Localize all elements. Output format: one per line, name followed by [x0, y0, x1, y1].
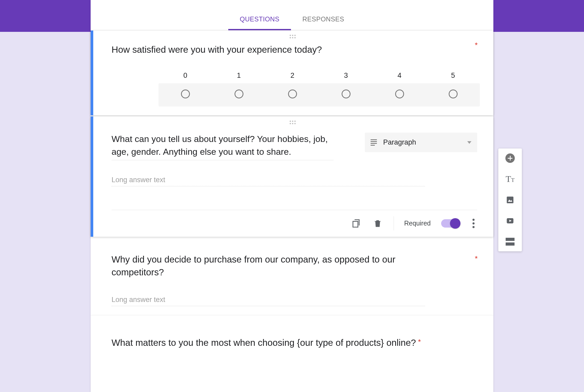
long-answer-placeholder: Long answer text: [112, 296, 425, 306]
scale-radio-4[interactable]: [395, 90, 404, 98]
question-title: What matters to you the most when choosi…: [112, 336, 416, 349]
required-label: Required: [404, 219, 431, 227]
question-footer: Required: [112, 210, 477, 230]
scale-label: 2: [266, 72, 319, 80]
add-image-button[interactable]: [505, 195, 515, 205]
scale-radio-1[interactable]: [235, 90, 243, 98]
tab-responses[interactable]: RESPONSES: [291, 15, 356, 30]
scale-label: 1: [212, 72, 266, 80]
chevron-down-icon: [467, 141, 471, 144]
text-icon: TT: [506, 174, 515, 184]
required-asterisk: *: [475, 41, 478, 49]
tab-questions[interactable]: QUESTIONS: [228, 15, 291, 30]
duplicate-button[interactable]: [351, 218, 362, 229]
add-video-button[interactable]: [505, 216, 515, 226]
required-toggle[interactable]: [441, 219, 459, 228]
scale-labels-row: 0 1 2 3 4 5: [159, 72, 480, 80]
scale-radio-2[interactable]: [288, 90, 297, 98]
add-question-button[interactable]: [505, 153, 515, 163]
question-card-3[interactable]: Why did you decide to purchase from our …: [91, 244, 493, 315]
scale-radio-0[interactable]: [181, 90, 190, 98]
drag-handle-icon[interactable]: [290, 121, 297, 124]
tabs-bar: QUESTIONS RESPONSES: [91, 0, 493, 31]
question-title-input[interactable]: What can you tell us about yourself? You…: [112, 133, 334, 160]
add-title-button[interactable]: TT: [505, 174, 515, 184]
section-icon: [506, 238, 515, 246]
scale-radio-3[interactable]: [342, 90, 351, 98]
add-section-button[interactable]: [505, 237, 515, 247]
question-title: Why did you decide to purchase from our …: [112, 253, 446, 278]
paragraph-icon: [371, 139, 377, 146]
image-icon: [506, 195, 515, 204]
question-title: How satisfied were you with your experie…: [112, 43, 341, 56]
required-asterisk: *: [475, 254, 478, 263]
question-card-2[interactable]: What can you tell us about yourself? You…: [91, 116, 493, 237]
form-editor-page: QUESTIONS RESPONSES How satisfied were y…: [91, 0, 493, 392]
question-type-select[interactable]: Paragraph: [365, 133, 477, 152]
scale-label: 0: [159, 72, 212, 80]
scale-label: 5: [426, 72, 480, 80]
scale-label: 4: [373, 72, 426, 80]
more-options-button[interactable]: [470, 219, 477, 228]
delete-button[interactable]: [372, 218, 383, 229]
drag-handle-icon[interactable]: [290, 35, 297, 38]
required-asterisk: *: [418, 338, 421, 346]
plus-circle-icon: [505, 153, 515, 163]
scale-radio-5[interactable]: [449, 90, 458, 98]
svg-rect-0: [507, 197, 513, 203]
scale-radios-row: [159, 83, 480, 106]
question-card-1[interactable]: How satisfied were you with your experie…: [91, 31, 493, 115]
video-icon: [506, 216, 515, 225]
scale-label: 3: [319, 72, 373, 80]
side-toolbar: TT: [498, 149, 522, 251]
question-card-4[interactable]: What matters to you the most when choosi…: [91, 315, 493, 358]
question-type-label: Paragraph: [383, 138, 461, 146]
divider: [394, 216, 394, 230]
long-answer-placeholder: Long answer text: [112, 176, 425, 186]
